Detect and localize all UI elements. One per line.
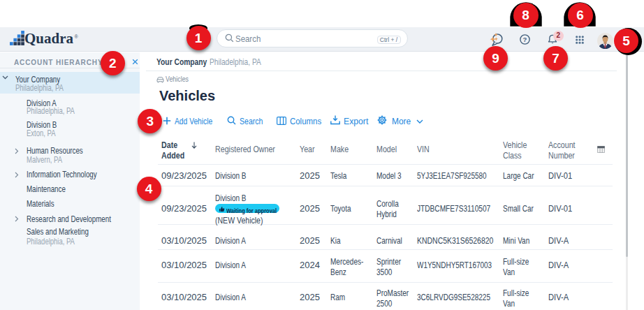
svg-text:?: ? (523, 36, 527, 43)
